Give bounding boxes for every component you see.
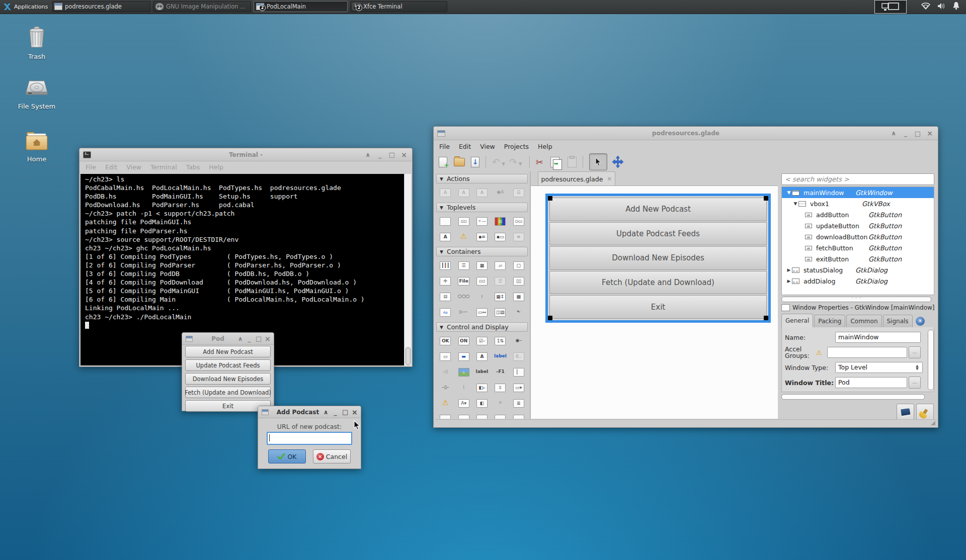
tree-row-addButton[interactable]: okaddButtonGtkButton — [782, 209, 934, 220]
selection-handle-br[interactable] — [764, 316, 768, 320]
properties-tab-common[interactable]: Common — [846, 315, 881, 327]
toolbar-icon[interactable]: ☰ — [491, 275, 509, 287]
copy-button[interactable] — [550, 157, 559, 167]
notebook-icon[interactable]: ▱ — [491, 260, 509, 271]
terminal-maximize-button[interactable]: □ — [388, 151, 395, 158]
layout-icon[interactable]: ◫▤ — [491, 307, 509, 318]
paste-button[interactable] — [568, 157, 577, 167]
tree-expander-icon[interactable]: ▶ — [786, 267, 792, 272]
clipped-icon-3[interactable] — [473, 413, 491, 419]
linkbutton-icon[interactable]: label — [491, 351, 509, 362]
properties-tab-packing[interactable]: Packing — [814, 315, 845, 327]
scalebutton-icon[interactable]: 0.. — [510, 351, 528, 362]
pod-button-1[interactable]: Add New Podcast — [185, 346, 271, 357]
panel-splitter[interactable] — [781, 297, 931, 302]
desktop-icon-home[interactable]: Home — [9, 131, 64, 163]
label-icon[interactable]: label — [473, 366, 491, 378]
hbuttonbox2-icon[interactable]: ○○○ — [454, 291, 472, 302]
palette-section-actions[interactable]: ▼Actions — [436, 174, 528, 183]
design-canvas[interactable]: Add New PodcastUpdate Podcast FeedsDownl… — [531, 185, 778, 419]
glade-menu-projects[interactable]: Projects — [500, 141, 533, 152]
glade-menu-view[interactable]: View — [475, 141, 500, 152]
action-group-icon[interactable]: ☰ — [510, 187, 528, 198]
about-dialog-icon[interactable]: ⚬— — [473, 216, 491, 227]
redo-button[interactable]: ↷▼ — [509, 156, 523, 167]
tree-row-exitButton[interactable]: okexitButtonGtkButton — [782, 253, 934, 264]
task-button-4[interactable]: $2Xfce Terminal — [350, 1, 447, 12]
add-dialog-titlebar[interactable]: Add Podcast ∧ _ □ × — [258, 406, 361, 418]
hbox-icon[interactable]: ┃┃┃ — [436, 260, 454, 271]
more-button[interactable]: ... — [909, 346, 921, 358]
tree-expander-icon[interactable]: ▶ — [786, 278, 792, 284]
more-button[interactable]: ... — [909, 377, 921, 389]
assistant-icon[interactable]: ≡ — [510, 231, 528, 242]
add-dialog-maximize-button[interactable]: □ — [342, 408, 348, 416]
selection-handle-bl[interactable] — [548, 316, 552, 320]
undo-button[interactable]: ↶▼ — [492, 156, 506, 167]
clipped-icon-5[interactable] — [510, 413, 528, 419]
image-icon[interactable]: ⌂ — [454, 366, 472, 378]
checkbutton-icon[interactable]: ☑– — [473, 335, 491, 346]
tree-row-vbox1[interactable]: ▼vbox1GtkVBox — [782, 198, 934, 209]
clipped-icon-4[interactable] — [491, 413, 509, 419]
combo-stepper[interactable]: ▲▼ — [914, 364, 921, 370]
new-button[interactable]: + — [439, 157, 447, 167]
vbuttonbox-icon[interactable]: ⁝ — [473, 291, 491, 302]
pod-maximize-button[interactable]: □ — [256, 335, 261, 342]
glade-minimize-button[interactable]: _ — [902, 130, 909, 137]
tree-row-statusDialog[interactable]: ▶statusDialogGtkDialog — [782, 264, 934, 275]
accellabel-icon[interactable]: –F1 — [491, 366, 509, 378]
open-button[interactable] — [454, 158, 465, 166]
combobox-icon[interactable]: ▭▾ — [510, 382, 528, 393]
selector-button[interactable] — [589, 153, 607, 170]
tree-row-updateButton[interactable]: okupdateButtonGtkButton — [782, 220, 934, 231]
entry-icon[interactable]: ▏ — [510, 366, 528, 378]
scrolledwindow-icon[interactable]: ▦↕ — [491, 291, 509, 302]
progressbar-icon[interactable]: ◧▹ — [473, 382, 491, 393]
tree-row-addDialog[interactable]: ▶addDialogGtkDialog — [782, 275, 934, 287]
vscrollbar-icon[interactable]: ⇳ — [491, 382, 509, 393]
notifications-icon[interactable] — [952, 2, 960, 12]
glade-close-button[interactable]: × — [926, 129, 933, 137]
frame-icon[interactable]: ▢ — [510, 260, 528, 271]
glade-titlebar[interactable]: podresources.glade ∧ _ □ × — [434, 127, 938, 140]
action-icon[interactable]: A — [436, 187, 454, 198]
terminal-menu-edit[interactable]: Edit — [101, 161, 122, 173]
properties-hscrollbar[interactable] — [781, 394, 925, 400]
switch-icon[interactable]: ◧ — [473, 398, 491, 409]
radio-action-icon[interactable]: A — [473, 187, 491, 198]
colorbutton-icon[interactable]: ▬ — [454, 351, 472, 362]
clipped-icon-1[interactable] — [436, 413, 454, 419]
palette-section-containers[interactable]: ▼Containers — [436, 247, 528, 256]
properties-vscrollbar[interactable] — [928, 330, 934, 390]
task-button-2[interactable]: GNU Image Manipulation ... — [153, 1, 251, 12]
terminal-shade-button[interactable]: ∧ — [364, 151, 371, 158]
applications-menu[interactable]: Applications ☰ — [0, 0, 57, 14]
pod-close-button[interactable]: × — [265, 335, 270, 343]
expander-icon[interactable]: ▷— — [454, 307, 472, 318]
fixed-icon[interactable]: ⬑ — [510, 307, 528, 318]
comboboxentry-icon[interactable]: A▾ — [454, 398, 472, 409]
hbuttonbox-icon[interactable]: ▫▫ — [473, 275, 491, 287]
display-tray-item[interactable] — [874, 0, 907, 14]
design-button-4[interactable]: Fetch (Update and Download) — [549, 271, 767, 295]
terminal-minimize-button[interactable]: _ — [376, 151, 383, 158]
network-icon[interactable] — [921, 2, 931, 12]
hpaned-icon[interactable]: ▯▯ — [510, 275, 528, 287]
recent-action-icon[interactable]: ◉A — [491, 187, 509, 198]
button-icon[interactable]: OK — [436, 335, 454, 346]
spinner-icon[interactable]: ✳ — [491, 398, 509, 409]
selection-handle-tl[interactable] — [548, 196, 552, 201]
terminal-scrollbar[interactable] — [404, 174, 411, 365]
add-dialog-close-button[interactable]: × — [352, 408, 357, 416]
glade-menu-help[interactable]: Help — [533, 141, 557, 152]
terminal-menu-view[interactable]: View — [122, 161, 146, 173]
terminal-close-button[interactable]: × — [400, 151, 408, 159]
filechooser-widget-icon[interactable]: File — [454, 275, 472, 287]
fontbutton-icon[interactable]: A — [473, 351, 491, 362]
recentchooser-dialog-icon[interactable]: ▪▭ — [491, 231, 509, 242]
input-dialog-icon[interactable]: ▪≡ — [473, 231, 491, 242]
drawingarea-icon[interactable]: ▭↔ — [473, 307, 491, 318]
cancel-button[interactable]: ✕ Cancel — [313, 449, 351, 463]
property-value-mainWindow[interactable]: mainWindow — [835, 332, 921, 343]
